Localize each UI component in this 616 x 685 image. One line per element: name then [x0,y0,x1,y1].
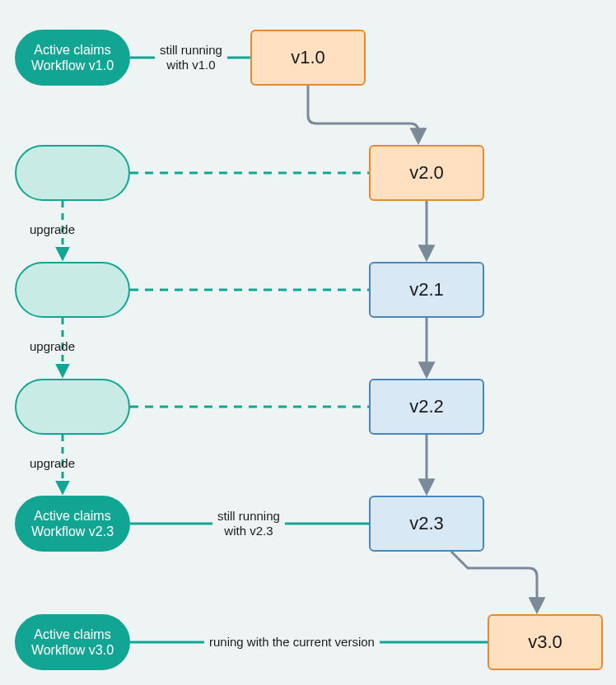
version-label: v3.0 [528,631,562,653]
edge-label-running-v30: runing with the current version [204,635,380,650]
version-box-v21: v2.1 [369,262,484,318]
pill-workflow-v10: Active claims Workflow v1.0 [15,30,130,86]
pill-line2: Workflow v3.0 [31,642,114,658]
version-label: v2.0 [409,162,444,184]
pill-workflow-v30: Active claims Workflow v3.0 [15,614,130,670]
version-box-v22: v2.2 [369,379,484,435]
pill-line1: Active claims [34,627,110,642]
version-box-v30: v3.0 [488,614,603,670]
edge-label-line: runing with the current version [209,635,375,649]
edge-label-line: with v2.3 [217,524,280,538]
version-label: v1.0 [291,47,325,68]
pill-workflow-v20-ghost [15,145,130,201]
pill-workflow-v23: Active claims Workflow v2.3 [15,496,130,552]
pill-line2: Workflow v2.3 [31,524,114,539]
edge-label-running-v10: still running with v1.0 [155,43,227,72]
version-label: v2.3 [409,513,444,534]
upgrade-label-1: upgrade [30,222,75,236]
version-label: v2.2 [409,396,444,417]
pill-line1: Active claims [34,42,110,58]
upgrade-label-2: upgrade [30,339,75,353]
edge-label-line: still running [217,509,280,524]
version-label: v2.1 [409,279,444,301]
version-box-v10: v1.0 [250,30,366,86]
pill-line1: Active claims [34,508,110,524]
edge-label-line: with v1.0 [160,58,222,72]
edge-label-line: still running [160,43,222,58]
connectors-layer [0,0,616,685]
version-box-v23: v2.3 [369,496,484,552]
upgrade-label-3: upgrade [30,456,75,470]
edge-label-running-v23: still running with v2.3 [212,509,285,538]
pill-line2: Workflow v1.0 [31,58,114,73]
pill-workflow-v21-ghost [15,262,130,318]
pill-workflow-v22-ghost [15,379,130,435]
version-box-v20: v2.0 [369,145,484,201]
